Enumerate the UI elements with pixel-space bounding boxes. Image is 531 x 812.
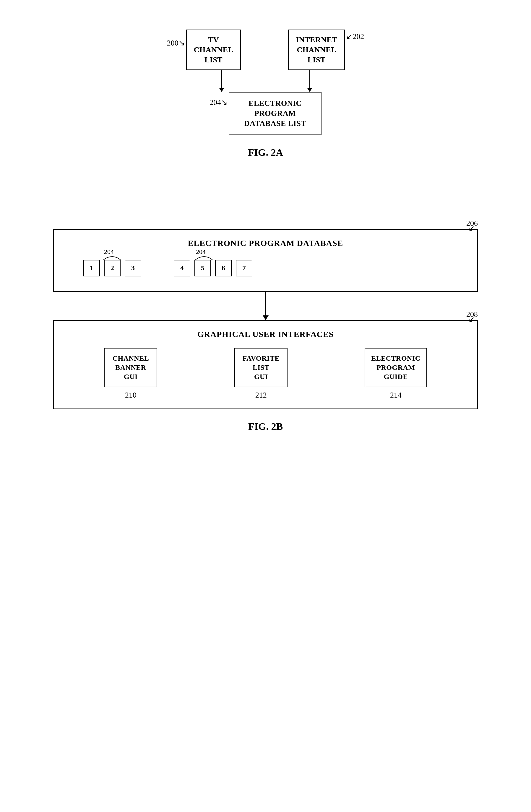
epd-box-7: 7 [236, 260, 252, 276]
between-epd-gui-arrow [35, 292, 496, 320]
electronic-program-guide-ref: 214 [390, 391, 401, 400]
epd-box-2: 2 [104, 260, 121, 276]
epdb-wrapper: 204↘ ELECTRONICPROGRAMDATABASE LIST [209, 92, 322, 135]
fig2b-epd-outer: 206 ↙ ELECTRONIC PROGRAM DATABASE 204 [53, 229, 478, 292]
group1: 204 1 2 3 [83, 260, 141, 276]
top-boxes: 200↘ TVCHANNELLIST INTERNETCHANNELLIST ↙… [167, 30, 364, 70]
group2: 204 4 5 6 7 [174, 260, 252, 276]
channel-banner-gui-ref: 210 [125, 391, 136, 400]
favorite-list-gui-box: FAVORITELISTGUI [234, 348, 287, 388]
internet-channel-list-ref: ↙202 [346, 32, 364, 41]
internet-channel-list-box: INTERNETCHANNELLIST [288, 30, 345, 70]
epd-groups-row: 204 1 2 3 [65, 257, 466, 282]
electronic-program-guide-item: ELECTRONICPROGRAMGUIDE 214 [365, 348, 427, 400]
gui-box-title: GRAPHICAL USER INTERFACES [65, 330, 466, 339]
fig2a-arrows [219, 70, 312, 92]
epdb-ref: 204↘ [209, 98, 227, 107]
arrow-internet-to-epdb [307, 70, 312, 92]
fig2b-gui-outer: 208 ↙ GRAPHICAL USER INTERFACES CHANNELB… [53, 320, 478, 409]
epd-box-4: 4 [174, 260, 190, 276]
internet-channel-list-wrapper: INTERNETCHANNELLIST ↙202 [288, 30, 364, 70]
gui-box: GRAPHICAL USER INTERFACES CHANNELBANNERG… [53, 320, 478, 409]
arrow-tv-to-epdb [219, 70, 224, 92]
epd-database-title: ELECTRONIC PROGRAM DATABASE [65, 238, 466, 248]
epd-box-6: 6 [215, 260, 232, 276]
epd-box-3: 3 [125, 260, 141, 276]
tv-channel-list-ref: 200↘ [167, 39, 185, 47]
epd-box-5: 5 [194, 260, 211, 276]
group2-brace-svg [195, 253, 213, 260]
fig2b-label: FIG. 2B [35, 421, 496, 432]
channel-banner-gui-item: CHANNELBANNERGUI 210 [104, 348, 157, 400]
gui-items-row: CHANNELBANNERGUI 210 FAVORITELISTGUI 212… [65, 348, 466, 400]
fig2b-section: 206 ↙ ELECTRONIC PROGRAM DATABASE 204 [35, 229, 496, 433]
favorite-list-gui-ref: 212 [255, 391, 267, 400]
tv-channel-list-box: TVCHANNELLIST [186, 30, 241, 70]
epd-box-1: 1 [83, 260, 100, 276]
fig2a-layout: 200↘ TVCHANNELLIST INTERNETCHANNELLIST ↙… [35, 30, 496, 135]
channel-banner-gui-box: CHANNELBANNERGUI [104, 348, 157, 388]
epd-database-box: ELECTRONIC PROGRAM DATABASE 204 1 [53, 229, 478, 292]
tv-channel-list-wrapper: 200↘ TVCHANNELLIST [167, 30, 241, 70]
section-gap [35, 182, 496, 211]
electronic-program-guide-box: ELECTRONICPROGRAMGUIDE [365, 348, 427, 388]
group1-brace-svg [103, 253, 121, 260]
fig2a-section: 200↘ TVCHANNELLIST INTERNETCHANNELLIST ↙… [35, 18, 496, 158]
favorite-list-gui-item: FAVORITELISTGUI 212 [234, 348, 287, 400]
fig2a-label: FIG. 2A [35, 147, 496, 158]
epdb-box: ELECTRONICPROGRAMDATABASE LIST [229, 92, 322, 135]
page: 200↘ TVCHANNELLIST INTERNETCHANNELLIST ↙… [0, 0, 531, 812]
